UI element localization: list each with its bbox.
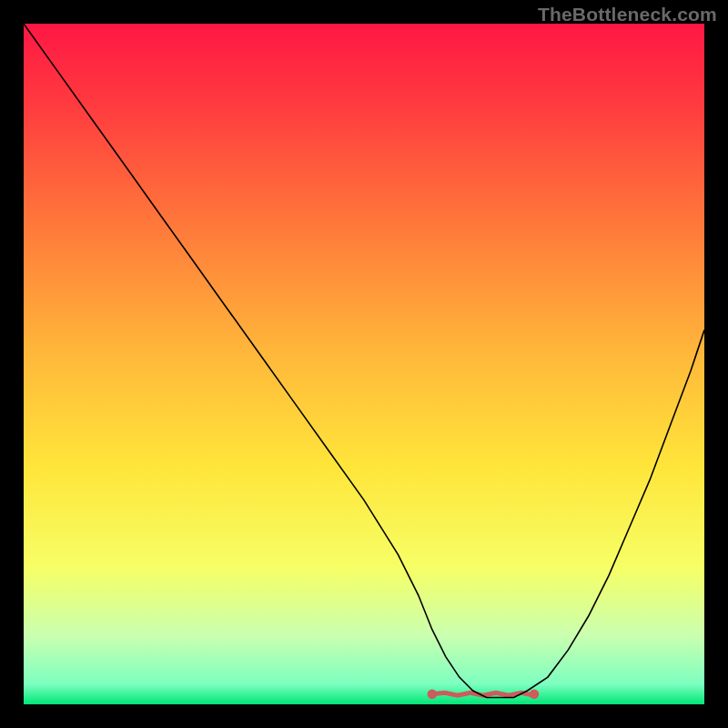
gradient-background	[24, 24, 704, 704]
attribution-label: TheBottleneck.com	[538, 4, 717, 25]
chart-container: TheBottleneck.com	[0, 0, 728, 728]
optimal-range-dot-right	[530, 690, 539, 699]
optimal-range-dot-left	[428, 690, 437, 699]
bottleneck-chart	[24, 24, 704, 704]
